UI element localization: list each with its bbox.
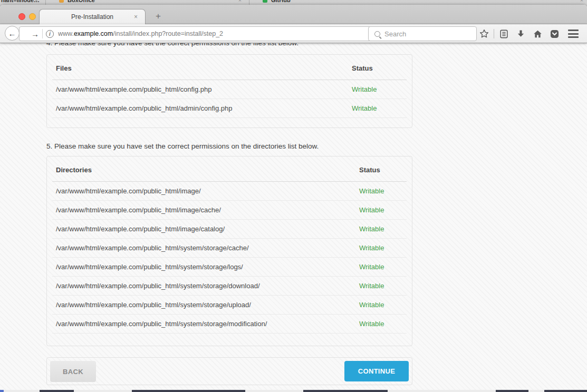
screen: hant=linode… × BoxOffice × GitHub × Pre-… bbox=[0, 0, 587, 392]
directories-column-header: Directories bbox=[56, 166, 359, 174]
directory-status: Writable bbox=[359, 244, 403, 252]
directory-path: /var/www/html/example.com/public_html/sy… bbox=[56, 244, 359, 252]
file-path: /var/www/html/example.com/public_html/co… bbox=[56, 85, 352, 93]
navigation-toolbar: → i www.example.com/install/index.php?ro… bbox=[0, 24, 587, 43]
continue-button[interactable]: CONTINUE bbox=[344, 361, 409, 381]
forward-button[interactable]: → bbox=[31, 30, 39, 38]
page-viewport: 4. Please make sure you have set the cor… bbox=[0, 43, 587, 390]
directory-path: /var/www/html/example.com/public_html/sy… bbox=[56, 282, 359, 290]
window-close-button[interactable] bbox=[18, 13, 25, 20]
browser-window: Pre-Installation × + → i www.example.com… bbox=[0, 5, 587, 390]
tab-close-icon[interactable]: × bbox=[134, 13, 138, 21]
toolbar-icons bbox=[476, 24, 587, 43]
directory-row: /var/www/html/example.com/public_html/im… bbox=[52, 182, 407, 201]
status-column-header: Status bbox=[352, 64, 403, 72]
site-info-icon[interactable]: i bbox=[46, 30, 54, 38]
files-instruction: 4. Please make sure you have set the cor… bbox=[46, 43, 299, 47]
directory-row: /var/www/html/example.com/public_html/sy… bbox=[52, 277, 407, 296]
tab-title: Pre-Installation bbox=[71, 13, 113, 21]
directory-status: Writable bbox=[359, 187, 403, 195]
back-button[interactable]: ← bbox=[5, 26, 20, 41]
tab-pre-installation[interactable]: Pre-Installation × bbox=[39, 9, 146, 24]
directory-path: /var/www/html/example.com/public_html/im… bbox=[56, 187, 359, 195]
directory-path: /var/www/html/example.com/public_html/sy… bbox=[56, 263, 359, 271]
menu-icon[interactable] bbox=[563, 30, 584, 38]
directories-instruction: 5. Please make sure you have set the cor… bbox=[46, 142, 319, 150]
home-icon[interactable] bbox=[529, 29, 546, 39]
buttons-panel: BACK CONTINUE bbox=[46, 357, 412, 385]
files-column-header: Files bbox=[56, 64, 352, 72]
file-row: /var/www/html/example.com/public_html/ad… bbox=[52, 99, 407, 118]
url-bar[interactable]: → i www.example.com/install/index.php?ro… bbox=[19, 26, 394, 41]
directory-status: Writable bbox=[359, 263, 403, 271]
background-tab-favicon bbox=[263, 0, 267, 3]
directory-path: /var/www/html/example.com/public_html/im… bbox=[56, 206, 359, 214]
background-tab-label: hant=linode… bbox=[1, 0, 40, 3]
file-path: /var/www/html/example.com/public_html/ad… bbox=[56, 104, 352, 112]
directories-panel: Directories Status /var/www/html/example… bbox=[46, 156, 412, 346]
background-tab-label: BoxOffice bbox=[68, 0, 95, 3]
bookmarks-list-icon[interactable] bbox=[495, 29, 512, 39]
file-row: /var/www/html/example.com/public_html/co… bbox=[52, 80, 407, 99]
url-text[interactable]: www.example.com/install/index.php?route=… bbox=[58, 30, 374, 37]
directory-row: /var/www/html/example.com/public_html/sy… bbox=[52, 258, 407, 277]
file-status: Writable bbox=[352, 104, 403, 112]
file-status: Writable bbox=[352, 85, 403, 93]
directory-status: Writable bbox=[359, 225, 403, 233]
pocket-icon[interactable] bbox=[546, 29, 563, 39]
search-bar[interactable] bbox=[368, 26, 477, 41]
directory-status: Writable bbox=[359, 320, 403, 328]
search-input[interactable] bbox=[384, 30, 469, 38]
directory-row: /var/www/html/example.com/public_html/im… bbox=[52, 201, 407, 220]
directory-row: /var/www/html/example.com/public_html/sy… bbox=[52, 315, 407, 334]
directory-status: Writable bbox=[359, 282, 403, 290]
directory-status: Writable bbox=[359, 301, 403, 309]
background-tab-close-icon: × bbox=[580, 0, 583, 3]
search-icon bbox=[374, 31, 380, 37]
new-tab-button[interactable]: + bbox=[152, 10, 165, 24]
window-minimize-button[interactable] bbox=[29, 13, 36, 20]
downloads-icon[interactable] bbox=[512, 29, 529, 39]
background-tab-close-icon: × bbox=[238, 0, 242, 3]
back-step-button[interactable]: BACK bbox=[50, 361, 96, 382]
directory-status: Writable bbox=[359, 206, 403, 214]
tab-bar: Pre-Installation × + bbox=[0, 5, 587, 24]
files-panel: Files Status /var/www/html/example.com/p… bbox=[46, 54, 412, 128]
background-window-bottom-sliver bbox=[0, 390, 587, 392]
bookmark-star-icon[interactable] bbox=[476, 28, 493, 39]
background-tab-favicon bbox=[59, 0, 64, 3]
background-tab-close-icon: × bbox=[35, 0, 38, 3]
background-tab-label: GitHub bbox=[271, 0, 291, 3]
status-column-header: Status bbox=[359, 166, 403, 174]
directory-row: /var/www/html/example.com/public_html/im… bbox=[52, 220, 407, 239]
directory-path: /var/www/html/example.com/public_html/sy… bbox=[56, 301, 359, 309]
directory-path: /var/www/html/example.com/public_html/im… bbox=[56, 225, 359, 233]
directory-row: /var/www/html/example.com/public_html/sy… bbox=[52, 239, 407, 258]
directory-path: /var/www/html/example.com/public_html/sy… bbox=[56, 320, 359, 328]
directory-row: /var/www/html/example.com/public_html/sy… bbox=[52, 296, 407, 315]
background-window-top-sliver: hant=linode… × BoxOffice × GitHub × bbox=[0, 0, 587, 5]
